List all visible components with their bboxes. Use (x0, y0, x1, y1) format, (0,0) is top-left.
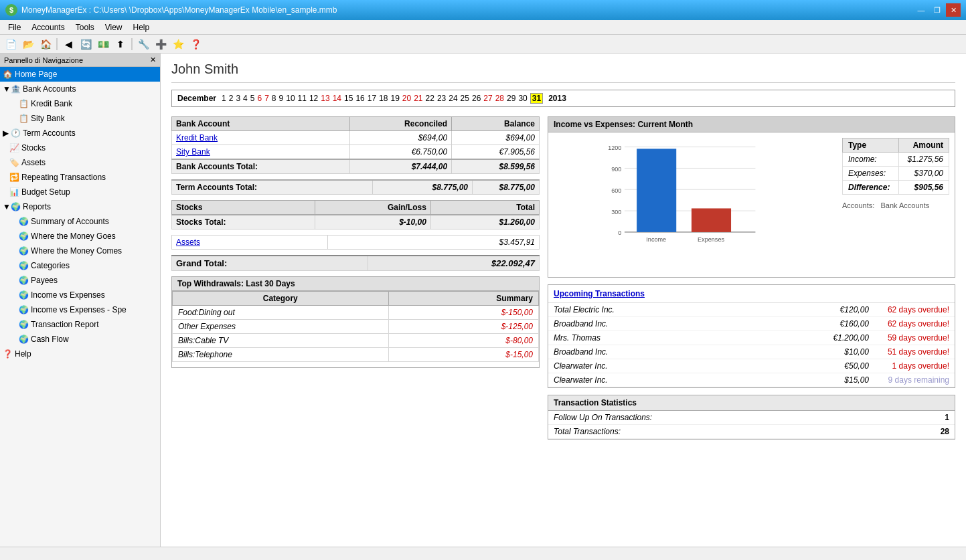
sidebar-item-bank-accounts[interactable]: ▼ 🏦 Bank Accounts (0, 82, 160, 96)
cal-day-10[interactable]: 10 (286, 94, 295, 103)
withdrawal-sum-3: $-80,00 (388, 334, 538, 348)
balance-header: Balance (452, 117, 540, 131)
cal-day-1[interactable]: 1 (222, 94, 226, 103)
cal-day-22[interactable]: 22 (426, 94, 434, 103)
toolbar-new-btn[interactable]: 📄 (3, 37, 19, 52)
cal-day-28[interactable]: 28 (495, 94, 504, 103)
assets-link[interactable]: Assets (176, 238, 200, 247)
toolbar-help-btn[interactable]: ❓ (187, 37, 204, 52)
toolbar-dollar-btn[interactable]: 💵 (95, 37, 111, 52)
summary-icon: 🌍 (19, 217, 29, 226)
sidebar-item-where-comes[interactable]: 🌍 Where the Money Comes (0, 244, 160, 258)
close-button[interactable]: ✕ (946, 3, 961, 17)
menu-accounts[interactable]: Accounts (26, 21, 70, 33)
expenses-bar (692, 208, 731, 231)
menu-tools[interactable]: Tools (70, 21, 100, 33)
gainloss-header: Gain/Loss (315, 201, 430, 215)
cal-day-19[interactable]: 19 (390, 94, 399, 103)
cal-day-7[interactable]: 7 (264, 94, 269, 103)
cal-day-4[interactable]: 4 (243, 94, 248, 103)
sidebar-item-reports[interactable]: ▼ 🌍 Reports (0, 199, 160, 214)
sidebar-label-kredit-bank: Kredit Bank (31, 99, 72, 108)
cal-day-15[interactable]: 15 (344, 94, 353, 103)
cal-day-27[interactable]: 27 (483, 94, 492, 103)
cal-day-30[interactable]: 30 (518, 94, 527, 103)
calendar-month: December (177, 94, 216, 103)
cal-day-20[interactable]: 20 (402, 94, 411, 103)
toolbar-home-btn[interactable]: 🏠 (37, 37, 54, 52)
toolbar-open-btn[interactable]: 📂 (20, 37, 36, 52)
calendar-year: 2013 (548, 94, 566, 103)
income-expenses-icon: 🌍 (19, 290, 29, 300)
menu-file[interactable]: File (3, 21, 26, 33)
cal-day-24[interactable]: 24 (449, 94, 457, 103)
main-layout: Pannello di Navigazione ✕ 🏠 Home Page ▼ … (0, 54, 966, 547)
sity-bank-link[interactable]: Sity Bank (176, 147, 210, 157)
page-title: John Smith (171, 62, 955, 77)
cal-day-16[interactable]: 16 (355, 94, 364, 103)
cal-day-13[interactable]: 13 (321, 94, 329, 103)
cal-day-5[interactable]: 5 (250, 94, 255, 103)
cal-day-31[interactable]: 31 (530, 93, 543, 104)
sidebar-item-budget[interactable]: 📊 Budget Setup (0, 185, 160, 199)
cal-day-25[interactable]: 25 (461, 94, 469, 103)
menu-view[interactable]: View (100, 21, 128, 33)
sidebar-item-payees[interactable]: 🌍 Payees (0, 273, 160, 288)
assets-value: $3.457,91 (328, 236, 540, 250)
cal-day-23[interactable]: 23 (437, 94, 446, 103)
toolbar-back-btn[interactable]: ◀ (60, 37, 76, 52)
chart-content: 1200 900 600 300 0 (548, 132, 955, 277)
kredit-bank-link[interactable]: Kredit Bank (176, 133, 218, 143)
sidebar-item-sity-bank[interactable]: 📋 Sity Bank (0, 111, 160, 126)
cal-day-9[interactable]: 9 (279, 94, 284, 103)
sidebar-item-income-expenses-spe[interactable]: 🌍 Income vs Expenses - Spe (0, 302, 160, 317)
sidebar-item-repeating[interactable]: 🔁 Repeating Transactions (0, 170, 160, 185)
left-column: Bank Account Reconciled Balance Kredit B… (171, 116, 540, 440)
cal-day-18[interactable]: 18 (379, 94, 388, 103)
where-comes-icon: 🌍 (19, 246, 29, 256)
cal-day-11[interactable]: 11 (298, 94, 307, 103)
sidebar-item-where-goes[interactable]: 🌍 Where the Money Goes (0, 229, 160, 244)
sidebar-item-categories[interactable]: 🌍 Categories (0, 258, 160, 273)
sidebar-item-income-expenses[interactable]: 🌍 Income vs Expenses (0, 288, 160, 302)
toolbar-add-btn[interactable]: ➕ (153, 37, 169, 52)
toolbar-refresh-btn[interactable]: 🔄 (78, 37, 94, 52)
table-row: Bills:Cable TV $-80,00 (173, 334, 539, 348)
cal-day-14[interactable]: 14 (333, 94, 341, 103)
sidebar-item-stocks[interactable]: 📈 Stocks (0, 141, 160, 155)
cal-day-17[interactable]: 17 (368, 94, 376, 103)
toolbar-transfer-btn[interactable]: ⬆ (112, 37, 129, 52)
withdrawal-sum-2: $-125,00 (388, 320, 538, 334)
sidebar-item-cash-flow[interactable]: 🌍 Cash Flow (0, 332, 160, 347)
sidebar-close-btn[interactable]: ✕ (150, 56, 156, 64)
sidebar-item-home[interactable]: 🏠 Home Page (0, 67, 160, 82)
toolbar-star-btn[interactable]: ⭐ (170, 37, 186, 52)
cal-day-2[interactable]: 2 (229, 94, 234, 103)
tree-expand-term: ▶ (3, 128, 11, 138)
upcoming-status-3: 59 days overdue! (869, 333, 949, 343)
where-goes-icon: 🌍 (19, 231, 29, 241)
upcoming-transactions-link[interactable]: Upcoming Transactions (554, 289, 645, 298)
sidebar-item-help[interactable]: ❓ Help (0, 347, 160, 361)
bank-accounts-icon: 🏦 (11, 84, 21, 94)
cal-day-3[interactable]: 3 (236, 94, 240, 103)
sidebar-item-transaction-report[interactable]: 🌍 Transaction Report (0, 317, 160, 332)
sidebar-item-summary[interactable]: 🌍 Summary of Accounts (0, 214, 160, 229)
cal-day-8[interactable]: 8 (272, 94, 276, 103)
cal-day-21[interactable]: 21 (414, 94, 422, 103)
sidebar-item-assets[interactable]: 🏷️ Assets (0, 155, 160, 170)
menu-help[interactable]: Help (128, 21, 155, 33)
minimize-button[interactable]: — (914, 3, 929, 17)
cal-day-29[interactable]: 29 (507, 94, 515, 103)
sidebar-item-term-accounts[interactable]: ▶ 🕐 Term Accounts (0, 126, 160, 141)
maximize-button[interactable]: ❐ (930, 3, 945, 17)
cal-day-12[interactable]: 12 (309, 94, 318, 103)
cal-day-6[interactable]: 6 (257, 94, 262, 103)
sidebar-item-kredit-bank[interactable]: 📋 Kredit Bank (0, 96, 160, 111)
term-total-balance: $8.775,00 (473, 180, 540, 195)
legend-table: Type Amount Income: $1.275,56 (842, 138, 949, 195)
stocks-total-label: Stocks Total: (172, 215, 315, 229)
svg-text:300: 300 (611, 209, 621, 215)
toolbar-settings-btn[interactable]: 🔧 (135, 37, 151, 52)
cal-day-26[interactable]: 26 (472, 94, 481, 103)
